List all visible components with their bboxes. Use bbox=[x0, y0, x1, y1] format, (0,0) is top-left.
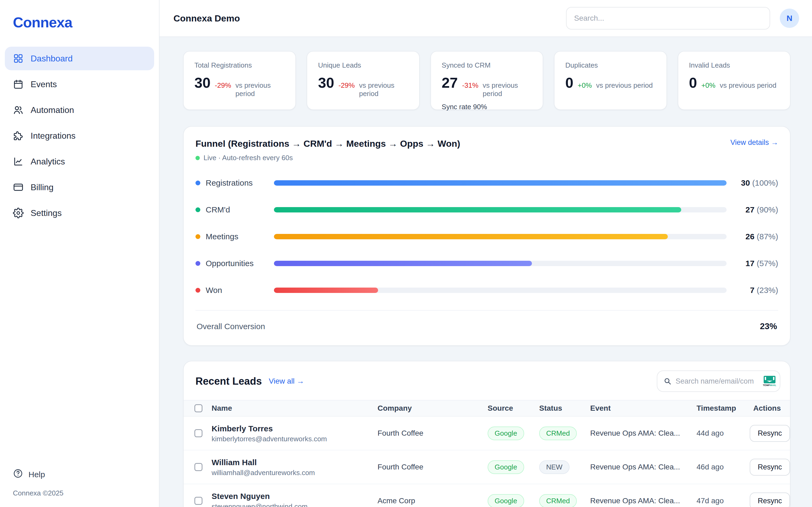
stat-value: 30 bbox=[318, 75, 334, 90]
lead-email: kimberlytorres@adventureworks.com bbox=[212, 435, 377, 443]
puzzle-icon bbox=[13, 130, 23, 141]
leads-search-input[interactable] bbox=[675, 377, 762, 386]
column-header-name: Name bbox=[212, 404, 377, 412]
status-badge: CRMed bbox=[539, 427, 577, 440]
stat-label: Invalid Leads bbox=[689, 61, 779, 69]
recent-leads-card: Recent Leads View all → TEMPMAIL NameCom… bbox=[183, 361, 791, 507]
funnel-card: Funnel (Registrations → CRM'd → Meetings… bbox=[183, 126, 791, 346]
avatar[interactable]: N bbox=[780, 9, 799, 28]
view-details-link[interactable]: View details → bbox=[730, 138, 778, 147]
funnel-row-meetings: Meetings26 (87%) bbox=[196, 223, 778, 250]
stat-delta-suffix: vs previous period bbox=[236, 81, 285, 98]
stage-label: Opportunities bbox=[206, 259, 253, 268]
help-icon bbox=[13, 468, 23, 481]
table-row: William Hallwilliamhall@adventureworks.c… bbox=[184, 450, 790, 484]
select-all-checkbox[interactable] bbox=[194, 404, 202, 412]
stat-value-row: 0+0%vs previous period bbox=[565, 75, 655, 90]
stage-dot-icon bbox=[196, 207, 200, 212]
funnel-rows: Registrations30 (100%)CRM'd27 (90%)Meeti… bbox=[196, 170, 778, 304]
leads-search: TEMPMAIL bbox=[657, 371, 780, 392]
funnel-row-label-group: CRM'd bbox=[196, 205, 274, 214]
lead-source: Google bbox=[488, 427, 539, 440]
resync-button[interactable]: Resync bbox=[750, 493, 790, 507]
help-label: Help bbox=[29, 470, 45, 479]
credit-card-icon bbox=[13, 182, 23, 192]
funnel-row-label-group: Opportunities bbox=[196, 259, 274, 268]
lead-email: williamhall@adventureworks.com bbox=[212, 469, 377, 477]
column-header-company: Company bbox=[377, 404, 488, 412]
sidebar-item-automation[interactable]: Automation bbox=[5, 98, 154, 122]
stage-label: Won bbox=[206, 286, 222, 295]
sidebar-item-label: Integrations bbox=[31, 131, 75, 141]
funnel-row-label-group: Won bbox=[196, 286, 274, 295]
resync-button[interactable]: Resync bbox=[750, 425, 790, 442]
overall-conversion-value: 23% bbox=[760, 321, 777, 331]
source-badge: Google bbox=[488, 427, 524, 440]
stat-value-row: 30-29%vs previous period bbox=[194, 75, 285, 98]
stat-card-synced-to-crm: Synced to CRM27-31%vs previous periodSyn… bbox=[430, 51, 543, 110]
calendar-icon bbox=[13, 79, 23, 90]
stage-bar-fill bbox=[274, 207, 681, 213]
sidebar: Connexa DashboardEventsAutomationIntegra… bbox=[0, 0, 159, 507]
sidebar-item-dashboard[interactable]: Dashboard bbox=[5, 47, 154, 70]
row-checkbox-cell bbox=[184, 429, 212, 437]
sidebar-item-integrations[interactable]: Integrations bbox=[5, 124, 154, 148]
calendar-icon bbox=[13, 79, 23, 90]
column-header-actions: Actions bbox=[750, 404, 790, 412]
funnel-header: Funnel (Registrations → CRM'd → Meetings… bbox=[196, 138, 778, 162]
stat-delta: +0% bbox=[701, 81, 716, 90]
tempmail-extension-icon[interactable]: TEMPMAIL bbox=[763, 376, 776, 387]
overall-conversion-label: Overall Conversion bbox=[197, 322, 265, 331]
row-checkbox[interactable] bbox=[194, 497, 202, 505]
stat-value-row: 27-31%vs previous period bbox=[442, 75, 532, 98]
lead-status: CRMed bbox=[539, 494, 590, 507]
sidebar-item-label: Billing bbox=[31, 182, 53, 192]
lead-event: Revenue Ops AMA: Clea... bbox=[590, 463, 697, 471]
dashboard-content: Total Registrations30-29%vs previous per… bbox=[159, 37, 812, 507]
lead-name-cell: Kimberly Torreskimberlytorres@adventurew… bbox=[212, 423, 377, 443]
row-checkbox-cell bbox=[184, 463, 212, 471]
sidebar-item-label: Automation bbox=[31, 105, 74, 115]
view-all-link[interactable]: View all → bbox=[269, 377, 304, 386]
stage-dot-icon bbox=[196, 234, 200, 239]
stage-label: CRM'd bbox=[206, 205, 230, 214]
stat-card-invalid-leads: Invalid Leads0+0%vs previous period bbox=[678, 51, 791, 110]
lead-name: William Hall bbox=[212, 457, 377, 467]
lead-name: Kimberly Torres bbox=[212, 423, 377, 434]
row-checkbox[interactable] bbox=[194, 429, 202, 437]
stage-value: 7 (23%) bbox=[727, 286, 778, 295]
stat-label: Total Registrations bbox=[194, 61, 285, 69]
stage-value: 30 (100%) bbox=[727, 178, 778, 187]
stage-bar-fill bbox=[274, 261, 532, 266]
sidebar-item-analytics[interactable]: Analytics bbox=[5, 150, 154, 173]
column-header-status: Status bbox=[539, 404, 590, 412]
lead-actions-cell: Resync bbox=[750, 493, 791, 507]
status-badge: NEW bbox=[539, 460, 569, 474]
stat-delta-suffix: vs previous period bbox=[720, 81, 776, 90]
stat-value-row: 30-29%vs previous period bbox=[318, 75, 408, 98]
stage-bar-fill bbox=[274, 234, 668, 239]
copyright: Connexa ©2025 bbox=[13, 489, 146, 497]
lead-company: Acme Corp bbox=[377, 497, 488, 505]
row-checkbox[interactable] bbox=[194, 463, 202, 471]
stat-card-unique-leads: Unique Leads30-29%vs previous period bbox=[307, 51, 419, 110]
sidebar-item-billing[interactable]: Billing bbox=[5, 175, 154, 199]
stats-row: Total Registrations30-29%vs previous per… bbox=[183, 51, 791, 110]
resync-button[interactable]: Resync bbox=[750, 459, 790, 475]
lead-name: Steven Nguyen bbox=[212, 491, 377, 501]
stat-value: 30 bbox=[194, 75, 210, 90]
funnel-header-text: Funnel (Registrations → CRM'd → Meetings… bbox=[196, 138, 460, 162]
lead-name-cell: William Hallwilliamhall@adventureworks.c… bbox=[212, 457, 377, 477]
sidebar-item-events[interactable]: Events bbox=[5, 72, 154, 96]
global-search-input[interactable] bbox=[566, 7, 770, 30]
stat-value: 0 bbox=[689, 75, 697, 90]
help-link[interactable]: Help bbox=[13, 468, 146, 481]
sidebar-item-settings[interactable]: Settings bbox=[5, 201, 154, 225]
gear-icon bbox=[13, 208, 23, 218]
lead-actions-cell: Resync bbox=[750, 425, 791, 442]
lead-timestamp: 47d ago bbox=[697, 497, 750, 505]
table-row: Steven Nguyenstevennguyen@northwind.comA… bbox=[184, 484, 790, 507]
users-icon bbox=[13, 105, 23, 115]
lead-timestamp: 46d ago bbox=[697, 463, 750, 471]
live-label: Live · Auto-refresh every 60s bbox=[204, 154, 293, 162]
